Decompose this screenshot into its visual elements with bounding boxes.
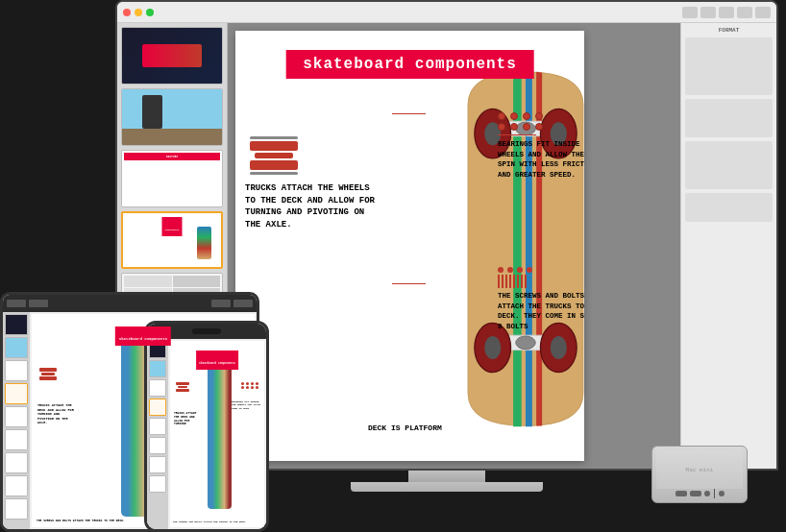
phone-slide-canvas: skateboard components TRUCKS ATTACH THE … [170,341,264,527]
format-panel-section-4 [685,193,773,222]
slide-thumb-2[interactable] [121,88,223,146]
tablet-thumb-9[interactable] [5,498,28,520]
toolbar-icon-2[interactable] [700,7,716,18]
port-round-1 [704,491,710,496]
stand-base [351,482,543,492]
toolbar-icon-3[interactable] [719,7,734,18]
phone-bearing-dots [241,382,259,389]
format-panel-section-2 [685,99,773,137]
phone-thumb-6[interactable] [149,437,166,454]
left-content: TRUCKS ATTACH THE WHEELS TO THE DECK AND… [245,88,378,230]
mac-mini-ports [656,489,743,498]
phone-main: skateboard components TRUCKS ATTACH THE … [168,339,266,529]
phone-skateboard-mini [208,359,232,508]
phone-trucks-text: TRUCKS ATTACH THE DECK AND ALLOW FOR TUR… [174,412,201,427]
port-divider [714,489,715,498]
close-button[interactable] [123,9,131,16]
tablet-thumb-3[interactable] [5,360,28,381]
format-panel-section [685,37,773,95]
tablet-slide-panel [3,312,30,529]
phone-bottom-text: THE SCREWS AND BOLTS ATTACH THE TRUCKS T… [173,520,247,523]
phone-thumb-2[interactable] [149,360,166,377]
maximize-button[interactable] [146,9,154,16]
monitor-toolbar [117,2,776,23]
tablet-toolbar [3,295,257,312]
slide-content: skateboard components [235,31,584,461]
svg-point-14 [551,336,567,359]
port-hole-2 [690,491,701,496]
toolbar-icon-5[interactable] [755,7,771,18]
port-round-2 [719,491,725,496]
minimize-button[interactable] [135,9,142,16]
tablet-thumb-4[interactable] [5,383,28,404]
phone-thumb-8[interactable] [149,475,166,493]
mac-mini: Mac mini [651,446,748,503]
skateboard-area: BEARINGS FIT INSIDE THE WHEELS AND ALLOW… [381,31,584,461]
phone-thumb-5[interactable] [149,418,166,435]
svg-point-12 [485,336,502,359]
tablet-toolbar-item-1[interactable] [7,300,26,307]
slide-thumb-4[interactable]: COMPONENTS [121,211,223,269]
tablet-toolbar-item-3[interactable] [211,300,231,307]
tablet-toolbar-item-4[interactable] [233,300,253,307]
right-panel: FORMAT [680,23,776,469]
trucks-description-text: TRUCKS ATTACH THE WHEELS TO THE DECK AND… [245,182,378,230]
bearings-description-text: BEARINGS FIT INSIDE THE WHEELS AND ALLOW… [498,139,584,180]
stand-neck [408,471,485,482]
tablet-trucks-text: TRUCKS ATTACH THE DECK AND ALLOW FOR TUR… [37,403,74,425]
phone-thumb-4[interactable] [149,399,166,416]
tablet-thumb-5[interactable] [5,406,28,427]
phone-slide-title: skateboard components [199,362,235,365]
tablet-thumb-8[interactable] [5,475,28,496]
toolbar-icon-4[interactable] [737,7,752,18]
phone-truck-icon [176,382,189,392]
slide-title-banner: skateboard components [285,50,534,79]
phone-screen: skateboard components TRUCKS ATTACH THE … [147,324,266,529]
port-hole-1 [675,491,687,496]
phone-thumb-3[interactable] [149,379,166,397]
phone-slide-panel [147,339,168,529]
format-panel-section-3 [685,141,773,189]
phone: skateboard components TRUCKS ATTACH THE … [144,321,269,532]
phone-content: skateboard components TRUCKS ATTACH THE … [147,339,266,529]
toolbar-icon-1[interactable] [682,7,698,18]
tablet-slide-title: skateboard components [119,337,167,341]
slide-thumb-1[interactable] [121,27,223,85]
tablet-thumb-2[interactable] [5,337,28,358]
tablet-thumb-1[interactable] [5,314,28,335]
tablet-truck-icon [39,368,57,380]
slide-canvas: skateboard components [235,31,584,461]
screws-description-text: THE SCREWS AND BOLTS ATTACH THE TRUCKS T… [498,291,584,331]
phone-notch [192,328,221,334]
skateboard-image [410,31,584,461]
phone-thumb-7[interactable] [149,456,166,473]
deck-text: DECK IS PLATFORM [368,423,442,432]
tablet-toolbar-item-2[interactable] [29,300,48,307]
slide-thumb-3[interactable]: HISTORY [121,150,223,207]
tablet-thumb-6[interactable] [5,429,28,450]
tablet-bottom-text: THE SCREWS AND BOLTS ATTACH THE TRUCKS T… [37,520,125,523]
tablet-thumb-7[interactable] [5,452,28,473]
svg-point-10 [516,336,536,350]
phone-bearings-text: BEARINGS FIT INSIDE THE WHEELS AND ALLOW… [232,400,262,410]
